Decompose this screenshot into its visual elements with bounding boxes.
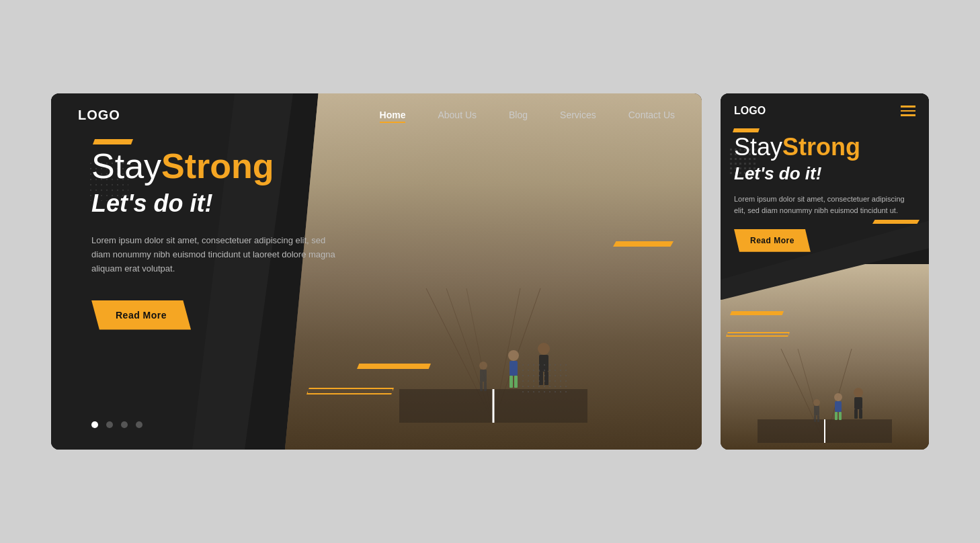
desktop-headline: StayStrong [91, 147, 347, 185]
svg-point-11 [538, 343, 550, 355]
desktop-nav: LOGO Home About Us Blog Services Contact… [51, 93, 702, 136]
svg-rect-30 [854, 409, 858, 419]
desktop-card: LOGO Home About Us Blog Services Contact… [51, 93, 702, 450]
mobile-nav: LOGO [721, 93, 929, 128]
nav-link-about[interactable]: About Us [438, 110, 477, 120]
desktop-content: StayStrong Let's do it! Lorem ipsum dolo… [91, 147, 347, 330]
nav-item-about[interactable]: About Us [438, 109, 477, 121]
mobile-content: StayStrong Let's do it! Lorem ipsum dolo… [734, 134, 915, 252]
svg-rect-31 [859, 409, 862, 419]
mobile-logo: LOGO [734, 105, 766, 117]
svg-rect-25 [835, 401, 842, 412]
mobile-read-more-button[interactable]: Read More [734, 229, 811, 252]
dot-4[interactable] [136, 421, 142, 428]
nav-item-blog[interactable]: Blog [509, 109, 528, 121]
svg-rect-18 [484, 382, 487, 391]
hero-placeholder [285, 93, 702, 450]
mobile-deco-1 [733, 128, 760, 132]
svg-point-28 [854, 388, 863, 397]
deco-shape-3 [357, 364, 431, 369]
desktop-read-more-button[interactable]: Read More [91, 300, 191, 330]
nav-link-services[interactable]: Services [560, 110, 596, 120]
dot-1[interactable] [91, 421, 98, 428]
desktop-description: Lorem ipsum dolor sit amet, consectetuer… [91, 234, 347, 276]
svg-rect-35 [817, 415, 819, 422]
deco-shape-4 [307, 388, 394, 394]
runners-illustration [359, 288, 628, 423]
svg-rect-17 [480, 382, 483, 391]
hamburger-menu-button[interactable] [901, 106, 915, 116]
svg-rect-33 [814, 406, 819, 415]
svg-rect-9 [509, 376, 513, 388]
deco-shape-2 [613, 241, 673, 247]
nav-link-blog[interactable]: Blog [509, 110, 528, 120]
hero-image [285, 93, 702, 450]
nav-item-home[interactable]: Home [380, 109, 406, 121]
svg-rect-26 [835, 412, 838, 420]
headline-bold: Strong [161, 147, 274, 185]
svg-rect-34 [814, 415, 816, 422]
svg-point-15 [479, 362, 487, 370]
mobile-description: Lorem ipsum dolor sit amet, consectetuer… [734, 194, 915, 217]
dot-3[interactable] [121, 421, 128, 428]
mobile-headline-bold: Strong [782, 133, 860, 161]
nav-link-home[interactable]: Home [380, 110, 406, 123]
mobile-deco-3 [730, 311, 784, 315]
dot-2[interactable] [106, 421, 113, 428]
svg-rect-27 [839, 412, 842, 420]
svg-point-7 [508, 350, 519, 361]
hamburger-line-3 [901, 114, 915, 116]
mobile-headline: StayStrong [734, 134, 915, 161]
nav-item-services[interactable]: Services [560, 109, 596, 121]
mobile-deco-4 [726, 332, 790, 337]
svg-rect-16 [480, 370, 487, 382]
deco-shape-1 [93, 139, 133, 144]
hamburger-line-1 [901, 106, 915, 108]
headline-normal: Stay [91, 147, 161, 185]
svg-rect-10 [514, 376, 518, 388]
dot-pattern-bottom-right [520, 362, 567, 396]
hamburger-line-2 [901, 110, 915, 112]
desktop-subhead: Let's do it! [91, 190, 347, 218]
mobile-runners-illustration [737, 349, 912, 443]
mobile-subhead: Let's do it! [734, 163, 915, 184]
svg-point-32 [813, 399, 820, 406]
nav-links: Home About Us Blog Services Contact Us [380, 109, 675, 121]
mobile-headline-normal: Stay [734, 133, 782, 161]
mobile-card: LOGO StayStrong Let's do it! Lorem ipsum… [721, 93, 929, 450]
desktop-logo: LOGO [78, 108, 120, 123]
nav-item-contact[interactable]: Contact Us [628, 109, 675, 121]
svg-rect-8 [509, 361, 518, 376]
svg-rect-29 [854, 397, 862, 409]
outer-wrapper: LOGO Home About Us Blog Services Contact… [51, 93, 929, 450]
carousel-dots [91, 421, 142, 428]
nav-link-contact[interactable]: Contact Us [628, 110, 675, 120]
svg-point-24 [834, 393, 842, 401]
